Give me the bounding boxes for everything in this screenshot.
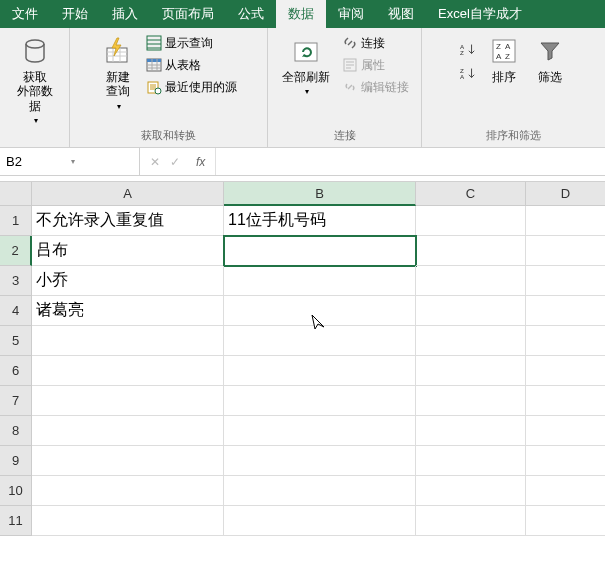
ribbon-group-label: 连接: [334, 126, 356, 145]
cell-A9[interactable]: [32, 446, 224, 476]
select-all-corner[interactable]: [0, 182, 32, 206]
cell-C9[interactable]: [416, 446, 526, 476]
properties-label: 属性: [361, 57, 385, 74]
cell-A10[interactable]: [32, 476, 224, 506]
cell-A8[interactable]: [32, 416, 224, 446]
menu-excel-self-study[interactable]: Excel自学成才: [426, 0, 534, 28]
menu-home[interactable]: 开始: [50, 0, 100, 28]
lightning-grid-icon: [102, 35, 134, 67]
cell-C8[interactable]: [416, 416, 526, 446]
row-header-3[interactable]: 3: [0, 266, 32, 296]
cell-A6[interactable]: [32, 356, 224, 386]
menu-review[interactable]: 审阅: [326, 0, 376, 28]
cell-B6[interactable]: [224, 356, 416, 386]
column-header-C[interactable]: C: [416, 182, 526, 206]
cell-A3[interactable]: 小乔: [32, 266, 224, 296]
name-box[interactable]: B2 ▾: [0, 148, 140, 175]
row-header-6[interactable]: 6: [0, 356, 32, 386]
row-header-8[interactable]: 8: [0, 416, 32, 446]
sort-za-icon: ZA: [460, 65, 476, 81]
cell-B1[interactable]: 11位手机号码: [224, 206, 416, 236]
name-box-value: B2: [6, 154, 69, 169]
row-header-5[interactable]: 5: [0, 326, 32, 356]
cell-B11[interactable]: [224, 506, 416, 536]
show-queries-button[interactable]: 显示查询: [143, 32, 240, 54]
cell-A2[interactable]: 吕布: [32, 236, 224, 266]
row-header-7[interactable]: 7: [0, 386, 32, 416]
cell-C3[interactable]: [416, 266, 526, 296]
row-header-11[interactable]: 11: [0, 506, 32, 536]
cell-A5[interactable]: [32, 326, 224, 356]
cancel-icon[interactable]: ✕: [150, 155, 160, 169]
cell-D6[interactable]: [526, 356, 605, 386]
new-query-label: 新建 查询: [106, 70, 130, 99]
recent-sources-button[interactable]: 最近使用的源: [143, 76, 240, 98]
row-header-10[interactable]: 10: [0, 476, 32, 506]
menu-view[interactable]: 视图: [376, 0, 426, 28]
cell-D8[interactable]: [526, 416, 605, 446]
sort-asc-button[interactable]: AZ: [457, 38, 479, 60]
cell-C7[interactable]: [416, 386, 526, 416]
cell-C11[interactable]: [416, 506, 526, 536]
cell-A11[interactable]: [32, 506, 224, 536]
cell-B10[interactable]: [224, 476, 416, 506]
cell-D1[interactable]: [526, 206, 605, 236]
edit-links-button[interactable]: 编辑链接: [339, 76, 412, 98]
cell-A4[interactable]: 诸葛亮: [32, 296, 224, 326]
cell-C5[interactable]: [416, 326, 526, 356]
cell-A7[interactable]: [32, 386, 224, 416]
menu-layout[interactable]: 页面布局: [150, 0, 226, 28]
cell-D4[interactable]: [526, 296, 605, 326]
cell-D10[interactable]: [526, 476, 605, 506]
new-query-button[interactable]: 新建 查询 ▾: [97, 32, 139, 114]
cell-D11[interactable]: [526, 506, 605, 536]
cell-B5[interactable]: [224, 326, 416, 356]
properties-button[interactable]: 属性: [339, 54, 412, 76]
cell-C10[interactable]: [416, 476, 526, 506]
confirm-icon[interactable]: ✓: [170, 155, 180, 169]
menu-data[interactable]: 数据: [276, 0, 326, 28]
cell-A1[interactable]: 不允许录入重复值: [32, 206, 224, 236]
database-icon: [19, 35, 51, 67]
cell-C6[interactable]: [416, 356, 526, 386]
cell-C4[interactable]: [416, 296, 526, 326]
sort-desc-button[interactable]: ZA: [457, 62, 479, 84]
cell-D5[interactable]: [526, 326, 605, 356]
refresh-all-button[interactable]: 全部刷新 ▾: [277, 32, 335, 100]
row-header-9[interactable]: 9: [0, 446, 32, 476]
filter-button[interactable]: 筛选: [529, 32, 571, 87]
get-external-data-button[interactable]: 获取 外部数据 ▾: [6, 32, 63, 129]
menu-file[interactable]: 文件: [0, 0, 50, 28]
svg-text:Z: Z: [505, 52, 510, 61]
connections-button[interactable]: 连接: [339, 32, 412, 54]
cell-D2[interactable]: [526, 236, 605, 266]
from-table-button[interactable]: 从表格: [143, 54, 240, 76]
sort-label: 排序: [492, 70, 516, 84]
cell-D3[interactable]: [526, 266, 605, 296]
cell-B4[interactable]: [224, 296, 416, 326]
cell-D9[interactable]: [526, 446, 605, 476]
column-header-A[interactable]: A: [32, 182, 224, 206]
fx-icon[interactable]: fx: [196, 155, 205, 169]
row-header-4[interactable]: 4: [0, 296, 32, 326]
cell-D7[interactable]: [526, 386, 605, 416]
column-header-D[interactable]: D: [526, 182, 605, 206]
cell-C2[interactable]: [416, 236, 526, 266]
cell-B9[interactable]: [224, 446, 416, 476]
svg-text:Z: Z: [460, 49, 464, 56]
row-header-1[interactable]: 1: [0, 206, 32, 236]
column-header-B[interactable]: B: [224, 182, 416, 206]
sort-button[interactable]: ZAAZ 排序: [483, 32, 525, 87]
menu-formula[interactable]: 公式: [226, 0, 276, 28]
filter-label: 筛选: [538, 70, 562, 84]
menu-insert[interactable]: 插入: [100, 0, 150, 28]
row-header-2[interactable]: 2: [0, 236, 32, 266]
cell-B7[interactable]: [224, 386, 416, 416]
cell-B3[interactable]: [224, 266, 416, 296]
formula-input[interactable]: [216, 148, 605, 175]
table-icon: [146, 57, 162, 73]
chevron-down-icon: ▾: [34, 116, 38, 126]
cell-C1[interactable]: [416, 206, 526, 236]
cell-B8[interactable]: [224, 416, 416, 446]
cell-B2[interactable]: [224, 236, 416, 266]
